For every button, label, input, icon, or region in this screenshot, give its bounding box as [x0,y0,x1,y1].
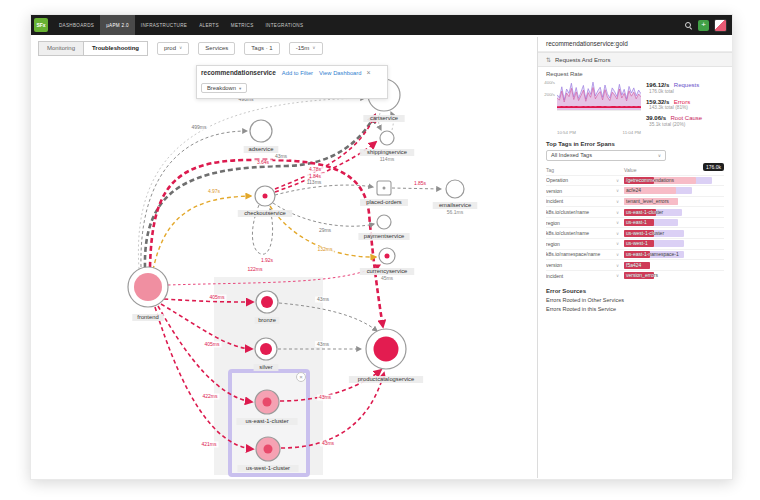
map-edge [153,196,251,270]
tag-value-cell: /getrecommendations/getrecommendations [624,177,724,184]
map-node-emailservice[interactable]: emailservice56.1ms [433,180,478,215]
close-cluster-button[interactable]: × [297,373,306,382]
top-navbar: SFx DASHBOARDS µAPM 2.0 INFRASTRUCTURE A… [31,15,732,35]
tags-table: Tag Value 176.0k Operation∨/getrecommend… [546,166,724,281]
chevron-down-icon[interactable]: ∨ [616,252,624,257]
edge-latency-label: 132ms [317,246,333,252]
tab-troubleshooting[interactable]: Troubleshooting [84,41,148,56]
chevron-down-icon[interactable]: ∨ [616,188,624,193]
tag-row[interactable]: version∨acfe24 [546,185,724,196]
tag-row[interactable]: incident∨version_errorsversion_errors [546,270,724,281]
nav-item-infrastructure[interactable]: INFRASTRUCTURE [135,15,193,35]
nav-item-integrations[interactable]: INTEGRATIONS [260,15,310,35]
tag-name: version [546,262,616,268]
map-node-currencyservice[interactable]: currencyservice45ms [360,248,415,281]
request-rate-chart[interactable] [557,79,641,111]
top-tags-heading: Top Tags in Error Spans [546,141,724,147]
services-filter-button[interactable]: Services [198,42,235,55]
chevron-down-icon[interactable]: ∨ [616,199,624,204]
time-range-dropdown[interactable]: -15m∨ [289,42,323,55]
map-node-silver[interactable]: silver [254,338,279,371]
chevron-down-icon[interactable]: ∨ [616,178,624,183]
close-icon[interactable]: × [367,69,371,76]
node-label: currencyservice [367,268,408,274]
edge-latency-label: 43ms [322,440,335,446]
map-node-productcatalogservice[interactable]: productcatalogservice [349,329,423,383]
node-label: adservice [249,146,274,152]
view-dashboard-link[interactable]: View Dashboard [319,70,361,76]
tag-row[interactable]: version∨f5a424f5a424 [546,259,724,270]
tag-name: region [546,220,616,226]
chevron-down-icon[interactable]: ∨ [616,241,624,246]
nav-item-apm[interactable]: µAPM 2.0 [100,15,135,35]
map-edge [168,265,380,285]
service-map: 496ms499ms3.64s43ms4.97s4.78s1.84s113ms1… [31,61,537,477]
breakdown-dropdown[interactable]: Breakdown▾ [201,83,247,93]
nav-item-metrics[interactable]: METRICS [225,15,260,35]
add-to-filter-link[interactable]: Add to Filter [282,70,313,76]
tag-row[interactable]: k8s.io/cluster/name∨us-west-1-clusterus-… [546,227,724,238]
nav-item-alerts[interactable]: ALERTS [193,15,225,35]
view-tabs: Monitoring Troubleshooting [38,41,148,56]
errors-rooted-other-services[interactable]: Errors Rooted in Other Services [546,297,724,303]
user-avatar[interactable] [714,19,727,32]
chevron-down-icon[interactable]: ∨ [616,231,624,236]
apm-window: SFx DASHBOARDS µAPM 2.0 INFRASTRUCTURE A… [30,14,733,480]
edge-latency-label: 421ms [201,441,217,447]
tag-name: k8s.io/namespace/name [546,251,616,257]
chevron-down-icon[interactable]: ∨ [616,210,624,215]
signalfx-logo[interactable]: SFx [34,18,48,32]
node-label: emailservice [439,202,471,208]
node-latency-label: 114ms [380,156,395,162]
edge-latency-label: 1.85s [414,180,427,186]
indexed-tags-dropdown[interactable]: All Indexed Tags ∨ [546,150,666,161]
create-plus-button[interactable]: + [698,20,709,31]
environment-dropdown[interactable]: prod∨ [157,42,189,55]
tag-row[interactable]: incident∨tenant_level_errors [546,196,724,207]
request-rate-label: Request Rate [546,71,724,77]
chevron-down-icon: ∨ [312,42,315,54]
edge-latency-label: 4.97s [208,188,221,194]
edge-latency-label: 43ms [319,394,332,400]
details-sidebar: recommendationservice:gold ⇅ Requests An… [537,37,732,478]
map-node-checkoutservice[interactable]: checkoutservice [238,186,293,217]
chevron-down-icon[interactable]: ∨ [616,220,624,225]
tag-value-cell: f5a424f5a424 [624,262,724,269]
edge-latency-label: 122ms [247,266,263,272]
map-edge [392,188,441,189]
tags-filter-button[interactable]: Tags · 1 [244,42,279,55]
chevron-down-icon[interactable]: ∨ [616,263,624,268]
edge-latency-label: 113ms [307,179,322,185]
sort-arrows-icon: ⇅ [546,56,551,63]
close-icon: × [299,374,303,380]
node-label: cartservice [370,115,398,121]
request-stats: 196.12/s Requests 176.0k total 159.32/s … [641,79,732,129]
tag-row[interactable]: k8s.io/cluster/name∨us-east-1-clusterus-… [546,206,724,217]
map-node-placed-orders[interactable]: placed-orders [360,181,408,206]
edge-latency-label: 1.84s [309,173,322,179]
errors-rooted-this-service[interactable]: Errors Rooted in this Service [546,306,724,312]
node-label: placed-orders [366,199,402,205]
map-node-shippingservice[interactable]: shippingservice114ms [360,131,415,162]
tag-row[interactable]: region∨us-east-1us-east-1 [546,217,724,228]
edge-latency-label: 499ms [191,124,207,130]
node-label: silver [259,364,273,370]
tag-value: acfe24 [626,187,641,194]
search-icon[interactable] [684,21,693,30]
map-node-bronze[interactable]: bronze [255,291,280,324]
tag-row[interactable]: Operation∨/getrecommendations/getrecomme… [546,175,724,186]
tag-value-cell: us-east-1-namespace-1us-east-1-namespace… [624,251,724,258]
chart-x-axis: 10:54 PM11:04 PM [557,130,641,135]
tag-value: tenant_level_errors [626,198,669,205]
chevron-down-icon[interactable]: ∨ [616,273,624,278]
nav-item-dashboards[interactable]: DASHBOARDS [53,15,100,35]
node-latency-label: 45ms [381,275,394,281]
tag-row[interactable]: k8s.io/namespace/name∨us-east-1-namespac… [546,249,724,260]
map-node-paymentservice[interactable]: paymentservice [358,215,409,240]
requests-errors-section-header[interactable]: ⇅ Requests And Errors [538,52,732,67]
tag-name: Operation [546,177,616,183]
map-node-adservice[interactable]: adservice [244,120,279,153]
tab-monitoring[interactable]: Monitoring [38,41,84,56]
tag-row[interactable]: region∨us-west-1us-west-1 [546,238,724,249]
edge-latency-label: 43ms [275,153,288,159]
